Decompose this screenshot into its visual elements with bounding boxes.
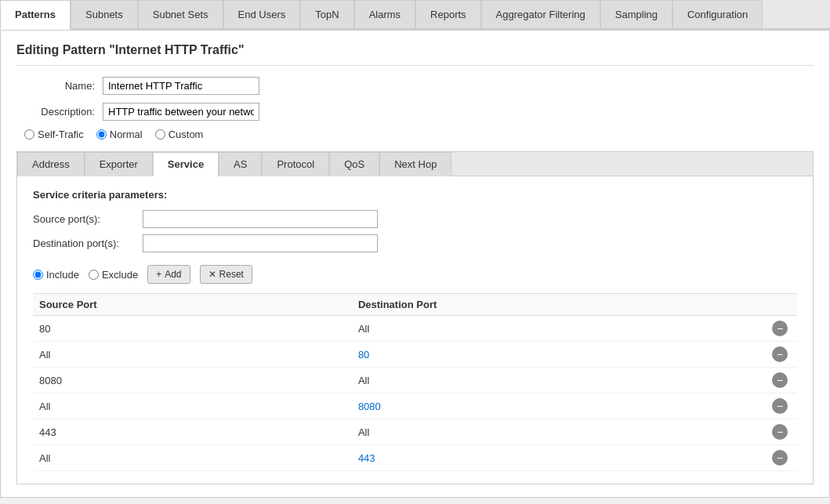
normal-label: Normal <box>110 129 143 140</box>
remove-row-button[interactable]: − <box>772 372 788 388</box>
nav-tab-configuration[interactable]: Configuration <box>672 0 763 28</box>
remove-row-button[interactable]: − <box>772 346 788 362</box>
exclude-option[interactable]: Exclude <box>89 269 138 281</box>
col-destination-port: Destination Port <box>352 294 766 316</box>
destination-port-cell: All <box>352 316 766 342</box>
plus-icon: + <box>156 269 161 280</box>
add-button[interactable]: + Add <box>147 265 190 284</box>
col-source-port: Source Port <box>33 294 352 316</box>
remove-cell: − <box>766 368 797 393</box>
self-trafic-label: Self-Trafic <box>38 129 84 140</box>
remove-cell: − <box>766 419 797 445</box>
nav-tab-topn[interactable]: TopN <box>300 0 353 28</box>
nav-tab-sampling[interactable]: Sampling <box>600 0 672 28</box>
source-port-cell: 443 <box>33 419 352 445</box>
source-port-label: Source port(s): <box>33 213 143 225</box>
nav-tab-patterns[interactable]: Patterns <box>0 0 71 30</box>
remove-cell: − <box>766 445 797 471</box>
table-row: 8080All− <box>33 368 797 393</box>
main-content: Editing Pattern "Internet HTTP Traffic" … <box>0 30 830 498</box>
normal-option[interactable]: Normal <box>96 129 143 140</box>
destination-port-cell: 443 <box>352 445 766 471</box>
remove-row-button[interactable]: − <box>772 450 788 466</box>
description-row: Description: <box>16 103 814 121</box>
custom-option[interactable]: Custom <box>155 129 204 140</box>
source-port-cell: 8080 <box>33 368 352 393</box>
name-label: Name: <box>16 80 103 92</box>
tab-as[interactable]: AS <box>219 152 262 176</box>
nav-tab-alarms[interactable]: Alarms <box>354 0 415 28</box>
destination-port-cell: All <box>352 368 766 393</box>
tab-next-hop[interactable]: Next Hop <box>379 152 451 176</box>
remove-cell: − <box>766 342 797 368</box>
tab-qos[interactable]: QoS <box>329 152 379 176</box>
name-row: Name: <box>16 77 814 95</box>
destination-port-cell: All <box>352 419 766 445</box>
nav-tab-end-users[interactable]: End Users <box>223 0 301 28</box>
action-row: Include Exclude + Add ✕ Reset <box>33 262 797 284</box>
cross-icon: ✕ <box>208 269 216 280</box>
destination-port-row: Destination port(s): <box>33 234 797 252</box>
destination-port-label: Destination port(s): <box>33 237 143 249</box>
self-trafic-option[interactable]: Self-Trafic <box>24 129 84 140</box>
description-input[interactable] <box>103 103 259 121</box>
include-option[interactable]: Include <box>33 269 79 281</box>
section-title: Service criteria parameters: <box>33 189 797 201</box>
source-port-input[interactable] <box>143 210 378 228</box>
custom-radio[interactable] <box>155 129 165 140</box>
destination-port-cell: 80 <box>352 342 766 368</box>
nav-tab-subnets[interactable]: Subnets <box>71 0 138 28</box>
source-port-row: Source port(s): <box>33 210 797 228</box>
reset-button[interactable]: ✕ Reset <box>200 265 252 284</box>
destination-port-cell: 8080 <box>352 393 766 419</box>
table-row: 80All− <box>33 316 797 342</box>
remove-row-button[interactable]: − <box>772 398 788 414</box>
port-table: Source Port Destination Port 80All−All80… <box>33 293 797 471</box>
remove-row-button[interactable]: − <box>772 424 788 440</box>
remove-cell: − <box>766 316 797 342</box>
service-tab-content: Service criteria parameters: Source port… <box>17 176 813 484</box>
exclude-label: Exclude <box>102 269 138 281</box>
include-radio[interactable] <box>33 270 43 280</box>
include-label: Include <box>46 269 79 281</box>
nav-tab-aggregator-filtering[interactable]: Aggregator Filtering <box>481 0 600 28</box>
self-trafic-radio[interactable] <box>24 129 34 140</box>
traffic-type-group: Self-Trafic Normal Custom <box>16 129 814 140</box>
source-port-cell: All <box>33 393 352 419</box>
destination-port-input[interactable] <box>143 234 378 252</box>
remove-row-button[interactable]: − <box>772 321 788 336</box>
reset-label: Reset <box>219 269 244 280</box>
table-row: All80− <box>33 342 797 368</box>
nav-tab-reports[interactable]: Reports <box>415 0 481 28</box>
tab-address[interactable]: Address <box>17 152 85 176</box>
description-label: Description: <box>16 106 103 118</box>
name-input[interactable] <box>103 77 259 95</box>
source-port-cell: All <box>33 445 352 471</box>
table-row: All443− <box>33 445 797 471</box>
remove-cell: − <box>766 393 797 419</box>
custom-label: Custom <box>169 129 204 140</box>
add-label: Add <box>165 269 181 280</box>
top-navigation: PatternsSubnetsSubnet SetsEnd UsersTopNA… <box>0 0 830 30</box>
exclude-radio[interactable] <box>89 270 99 280</box>
nav-tab-subnet-sets[interactable]: Subnet Sets <box>138 0 223 28</box>
table-row: All8080− <box>33 393 797 419</box>
table-row: 443All− <box>33 419 797 445</box>
tab-service[interactable]: Service <box>153 152 219 176</box>
source-port-cell: 80 <box>33 316 352 342</box>
source-port-cell: All <box>33 342 352 368</box>
inner-tabs-container: Address Exporter Service AS Protocol QoS… <box>16 151 814 484</box>
normal-radio[interactable] <box>96 129 107 140</box>
page-title: Editing Pattern "Internet HTTP Traffic" <box>16 43 814 66</box>
col-remove <box>766 294 797 316</box>
inner-tabs: Address Exporter Service AS Protocol QoS… <box>17 152 813 176</box>
tab-exporter[interactable]: Exporter <box>85 152 153 176</box>
tab-protocol[interactable]: Protocol <box>262 152 329 176</box>
